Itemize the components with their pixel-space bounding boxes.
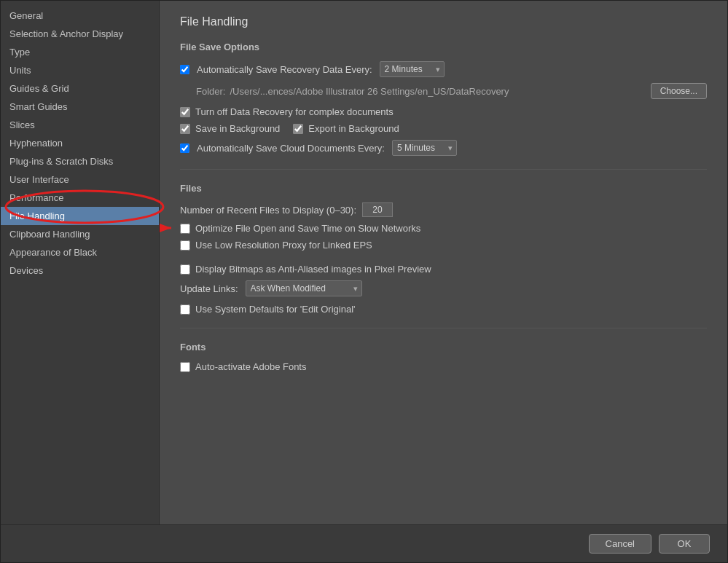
choose-button[interactable]: Choose... (651, 83, 707, 99)
update-links-wrapper: Ask When Modified Automatically Manually (246, 280, 362, 296)
auto-save-label: Automatically Save Recovery Data Every: (197, 64, 372, 75)
sidebar-item-guides-grid[interactable]: Guides & Grid (1, 79, 159, 98)
turn-off-data-recovery-checkbox[interactable] (180, 107, 190, 117)
separator-2 (180, 328, 707, 328)
turn-off-data-recovery-row: Turn off Data Recovery for complex docum… (180, 106, 707, 117)
sidebar-item-clipboard-handling[interactable]: Clipboard Handling (1, 225, 159, 243)
sidebar-item-file-handling[interactable]: File Handling (1, 207, 159, 225)
main-content: File Handling File Save Options Automati… (160, 1, 727, 524)
sidebar-item-selection-anchor[interactable]: Selection & Anchor Display (1, 25, 159, 43)
sidebar-item-devices[interactable]: Devices (1, 261, 159, 280)
auto-activate-fonts-row: Auto-activate Adobe Fonts (180, 361, 707, 372)
folder-label: Folder: (196, 86, 225, 97)
sidebar-item-general[interactable]: General (1, 7, 159, 25)
recent-files-label: Number of Recent Files to Display (0–30)… (180, 205, 356, 216)
display-bitmaps-label: Display Bitmaps as Anti-Aliased images i… (195, 264, 431, 275)
low-res-proxy-label: Use Low Resolution Proxy for Linked EPS (195, 240, 372, 251)
auto-save-interval-wrapper: 2 Minutes 1 Minute 5 Minutes 10 Minutes … (380, 61, 445, 77)
export-in-background-row: Export in Background (293, 123, 399, 134)
low-res-proxy-row: Use Low Resolution Proxy for Linked EPS (180, 240, 707, 251)
save-in-background-label: Save in Background (195, 123, 280, 134)
sidebar-item-appearance-black[interactable]: Appearance of Black (1, 243, 159, 261)
files-label: Files (180, 183, 707, 194)
save-in-background-checkbox[interactable] (180, 124, 190, 134)
auto-save-interval-select[interactable]: 2 Minutes 1 Minute 5 Minutes 10 Minutes … (380, 61, 445, 77)
export-in-background-label: Export in Background (308, 123, 399, 134)
recent-files-row: Number of Recent Files to Display (0–30)… (180, 202, 707, 217)
sidebar-item-user-interface[interactable]: User Interface (1, 170, 159, 189)
sidebar-item-smart-guides[interactable]: Smart Guides (1, 98, 159, 116)
update-links-label: Update Links: (180, 283, 238, 294)
low-res-proxy-checkbox[interactable] (180, 240, 190, 251)
export-in-background-checkbox[interactable] (293, 124, 303, 134)
update-links-select[interactable]: Ask When Modified Automatically Manually (246, 280, 362, 296)
turn-off-data-recovery-label: Turn off Data Recovery for complex docum… (195, 106, 394, 117)
auto-activate-fonts-label: Auto-activate Adobe Fonts (195, 361, 306, 372)
sidebar-item-performance[interactable]: Performance (1, 189, 159, 207)
use-system-defaults-row: Use System Defaults for 'Edit Original' (180, 304, 707, 315)
sidebar-item-plugins-scratch[interactable]: Plug-ins & Scratch Disks (1, 152, 159, 170)
auto-save-cloud-interval-select[interactable]: 5 Minutes 1 Minute 2 Minutes 10 Minutes … (392, 140, 457, 156)
auto-save-checkbox[interactable] (180, 65, 189, 74)
fonts-label: Fonts (180, 342, 707, 353)
section-title: File Handling (180, 15, 707, 28)
display-bitmaps-checkbox[interactable] (180, 264, 190, 275)
folder-path: /Users/...ences/Adobe Illustrator 26 Set… (230, 86, 646, 97)
optimize-slow-networks-row: Optimize File Open and Save Time on Slow… (180, 223, 707, 234)
dialog-footer: Cancel OK (1, 524, 727, 562)
sidebar: GeneralSelection & Anchor DisplayTypeUni… (1, 1, 160, 524)
sidebar-item-hyphenation[interactable]: Hyphenation (1, 134, 159, 152)
sidebar-item-units[interactable]: Units (1, 61, 159, 79)
save-in-background-row: Save in Background (180, 123, 280, 134)
cancel-button[interactable]: Cancel (589, 534, 651, 554)
red-arrow (160, 217, 180, 239)
optimize-slow-networks-label: Optimize File Open and Save Time on Slow… (195, 223, 420, 234)
auto-save-cloud-checkbox[interactable] (180, 143, 189, 153)
sidebar-item-slices[interactable]: Slices (1, 116, 159, 134)
file-save-options-label: File Save Options (180, 42, 707, 52)
use-system-defaults-checkbox[interactable] (180, 304, 190, 315)
recent-files-input[interactable] (362, 202, 393, 217)
separator-1 (180, 169, 707, 170)
auto-save-row: Automatically Save Recovery Data Every: … (180, 61, 707, 77)
auto-save-cloud-label: Automatically Save Cloud Documents Every… (197, 143, 385, 154)
ok-button[interactable]: OK (659, 534, 710, 554)
sidebar-item-type[interactable]: Type (1, 43, 159, 61)
optimize-slow-networks-checkbox[interactable] (180, 224, 190, 234)
background-options-row: Save in Background Export in Background (180, 123, 707, 134)
display-bitmaps-row: Display Bitmaps as Anti-Aliased images i… (180, 264, 707, 275)
auto-save-cloud-interval-wrapper: 5 Minutes 1 Minute 2 Minutes 10 Minutes … (392, 140, 457, 156)
auto-save-cloud-row: Automatically Save Cloud Documents Every… (180, 140, 707, 156)
folder-row: Folder: /Users/...ences/Adobe Illustrato… (196, 83, 707, 99)
update-links-row: Update Links: Ask When Modified Automati… (180, 280, 707, 296)
use-system-defaults-label: Use System Defaults for 'Edit Original' (195, 304, 356, 315)
auto-activate-fonts-checkbox[interactable] (180, 362, 190, 372)
